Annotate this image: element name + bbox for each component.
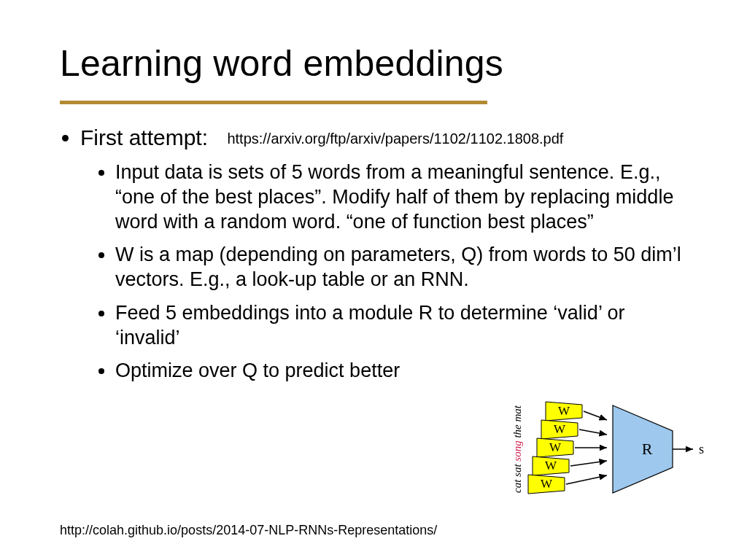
word-song: song [511, 440, 523, 462]
r-module: R [613, 405, 673, 493]
slide: Learning word embeddings First attempt: … [0, 0, 747, 560]
word-mat: mat [511, 405, 523, 421]
title-underline [60, 101, 487, 104]
first-attempt-item: First attempt: https://arxiv.org/ftp/arx… [80, 125, 694, 384]
svg-line-9 [566, 475, 607, 484]
bullet-2: W is a map (depending on parameters, Q) … [115, 243, 694, 292]
network-diagram: W W W W W [505, 398, 716, 508]
w-label-3: W [549, 440, 562, 454]
word-sat: sat [511, 464, 523, 477]
w-label-5: W [541, 477, 553, 491]
slide-title: Learning word embeddings [60, 42, 503, 85]
word-cat: cat [511, 479, 523, 493]
s-label: s [699, 442, 704, 456]
input-words: cat sat song the mat [511, 405, 523, 493]
r-label: R [642, 440, 653, 458]
svg-line-5 [584, 411, 607, 420]
w-label-4: W [545, 459, 557, 472]
w-label-2: W [554, 422, 566, 436]
w-label-1: W [558, 404, 570, 418]
bullet-4: Optimize over Q to predict better [115, 359, 694, 384]
bullet-1: Input data is sets of 5 words from a mea… [115, 160, 694, 234]
first-attempt-label: First attempt: [80, 125, 208, 149]
word-the: the [511, 424, 523, 438]
svg-text:cat
           
          sat
: cat sat song the mat [511, 405, 523, 493]
slide-body: First attempt: https://arxiv.org/ftp/arx… [60, 125, 694, 392]
colah-url: http://colah.github.io/posts/2014-07-NLP… [60, 523, 437, 538]
svg-line-6 [579, 429, 607, 435]
bullet-3: Feed 5 embeddings into a module R to det… [115, 301, 694, 351]
svg-line-8 [570, 461, 607, 466]
arxiv-url: https://arxiv.org/ftp/arxiv/papers/1102/… [227, 131, 563, 147]
w-boxes: W W W W W [528, 402, 582, 494]
